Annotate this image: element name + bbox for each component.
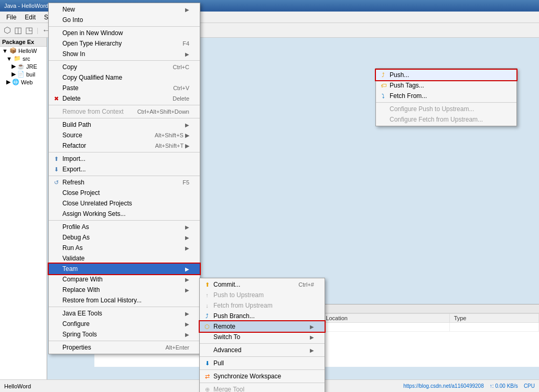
menu-remove-context-shortcut: Ctrl+Alt+Shift+Down [137, 108, 189, 115]
menu-configure[interactable]: Configure ▶ [49, 319, 200, 329]
menu-close-project[interactable]: Close Project [49, 188, 200, 198]
commit-icon: ⬆ [203, 280, 211, 289]
menu-open-window-label: Open in New Window [62, 29, 123, 37]
menu-source-label: Source [62, 132, 82, 139]
remote-push[interactable]: ⤴ Push... [376, 70, 516, 80]
menu-validate[interactable]: Validate [49, 253, 200, 264]
cell-location [321, 323, 449, 332]
menu-replace-with[interactable]: Replace With ▶ [49, 285, 200, 295]
menu-profile-as-arrow: ▶ [185, 224, 189, 230]
menu-team[interactable]: Team ▶ [49, 264, 200, 274]
team-push-branch[interactable]: ⤴ Push Branch... [200, 311, 325, 321]
sync-icon: ⇄ [203, 372, 211, 380]
menu-open-hierarchy-shortcut: F4 [182, 40, 189, 47]
menu-show-in[interactable]: Show In ▶ [49, 49, 200, 59]
menu-edit[interactable]: Edit [20, 13, 40, 22]
menu-source-shortcut: Alt+Shift+S ▶ [155, 132, 189, 139]
tree-jre[interactable]: ▶ ☕ JRE [0, 62, 47, 70]
push-branch-icon: ⤴ [203, 312, 211, 320]
remote-fetch-from[interactable]: ⤵ Fetch From... [376, 91, 516, 101]
separator-7 [49, 220, 200, 221]
menu-open-window[interactable]: Open in New Window [49, 28, 200, 38]
expand-icon: ▶ [12, 71, 16, 78]
team-pull[interactable]: ⬇ Pull [200, 358, 325, 368]
menu-spring-tools[interactable]: Spring Tools ▶ [49, 329, 200, 340]
team-advanced[interactable]: Advanced ▶ [200, 345, 325, 355]
refresh-icon: ↺ [52, 178, 60, 187]
menu-remove-context-label: Remove from Context [62, 108, 124, 115]
menu-properties-label: Properties [62, 344, 91, 351]
title-text: Java - HelloWord [4, 3, 48, 9]
menu-go-into[interactable]: Go Into [49, 15, 200, 25]
menu-run-as[interactable]: Run As ▶ [49, 243, 200, 253]
jre-icon: ☕ [17, 63, 25, 70]
menu-java-ee-tools[interactable]: Java EE Tools ▶ [49, 308, 200, 319]
toolbar-icon-1[interactable]: ⬡ [4, 25, 11, 35]
menu-new[interactable]: New ▶ [49, 4, 200, 15]
remote-fetch-icon: ⤵ [379, 92, 387, 100]
team-switch-to[interactable]: Switch To ▶ [200, 332, 325, 342]
team-remote-arrow: ▶ [310, 324, 314, 330]
menu-profile-as[interactable]: Profile As ▶ [49, 222, 200, 232]
tree-build[interactable]: ▶ 📄 buil [0, 70, 47, 78]
menu-import[interactable]: ⬆ Import... [49, 154, 200, 164]
team-submenu: ⬆ Commit... Ctrl+# ↑ Push to Upstream ↓ … [199, 278, 325, 392]
tree-root[interactable]: ▼ 📦 HelloW [0, 47, 47, 55]
separator-1 [49, 26, 200, 27]
team-sep-4 [200, 383, 325, 383]
team-switch-to-label: Switch To [213, 333, 240, 341]
menu-properties[interactable]: Properties Alt+Enter [49, 342, 200, 353]
menu-copy-label: Copy [62, 63, 77, 71]
team-fetch-upstream: ↓ Fetch from Upstream [200, 300, 325, 311]
separator-4 [49, 118, 200, 118]
team-commit[interactable]: ⬆ Commit... Ctrl+# [200, 279, 325, 290]
status-url: https://blog.csdn.net/a1160499208 [403, 383, 483, 389]
menu-restore-local[interactable]: Restore from Local History... [49, 295, 200, 306]
menu-compare-with[interactable]: Compare With ▶ [49, 274, 200, 285]
tree-web[interactable]: ▶ 🌐 Web [0, 78, 47, 86]
menu-export-label: Export... [62, 166, 86, 173]
menu-copy-qualified-label: Copy Qualified Name [62, 74, 122, 81]
menu-assign-sets[interactable]: Assign Working Sets... [49, 209, 200, 219]
menu-copy-shortcut: Ctrl+C [173, 64, 189, 70]
col-location: Location [321, 314, 449, 323]
export-icon: ⬇ [52, 165, 60, 173]
expand-icon: ▶ [12, 63, 16, 70]
menu-profile-as-label: Profile As [62, 223, 89, 231]
team-remote[interactable]: ⬡ Remote ▶ [200, 321, 325, 332]
expand-icon: ▼ [6, 56, 12, 62]
menu-open-hierarchy[interactable]: Open Type Hierarchy F4 [49, 38, 200, 49]
menu-file[interactable]: File [2, 13, 20, 22]
toolbar-icon-2[interactable]: ◫ [14, 25, 22, 35]
menu-source[interactable]: Source Alt+Shift+S ▶ [49, 130, 200, 140]
menu-debug-as[interactable]: Debug As ▶ [49, 232, 200, 243]
tree-src[interactable]: ▼ 📁 src [0, 55, 47, 62]
remote-push-tags[interactable]: 🏷 Push Tags... [376, 80, 516, 91]
import-icon: ⬆ [52, 155, 60, 163]
team-commit-label: Commit... [213, 281, 240, 288]
team-push-upstream: ↑ Push to Upstream [200, 290, 325, 300]
menu-close-unrelated[interactable]: Close Unrelated Projects [49, 198, 200, 209]
menu-configure-label: Configure [62, 320, 90, 328]
menu-delete[interactable]: ✖ Delete Delete [49, 93, 200, 104]
remote-push-tags-icon: 🏷 [379, 81, 387, 90]
expand-icon: ▶ [6, 79, 10, 85]
menu-build-path[interactable]: Build Path ▶ [49, 119, 200, 130]
menu-refresh-label: Refresh [62, 179, 84, 186]
menu-paste[interactable]: Paste Ctrl+V [49, 83, 200, 93]
toolbar-icon-3[interactable]: ◳ [25, 25, 33, 35]
remote-configure-push-label: Configure Push to Upstream... [390, 105, 474, 113]
menu-configure-arrow: ▶ [185, 321, 189, 327]
fetch-upstream-icon: ↓ [203, 301, 211, 310]
menu-remove-context: Remove from Context Ctrl+Alt+Shift+Down [49, 106, 200, 117]
menu-replace-with-label: Replace With [62, 286, 100, 293]
menu-spring-tools-arrow: ▶ [185, 332, 189, 337]
menu-refresh[interactable]: ↺ Refresh F5 [49, 177, 200, 188]
team-sync-workspace[interactable]: ⇄ Synchronize Workspace [200, 371, 325, 382]
menu-close-project-label: Close Project [62, 189, 100, 197]
menu-copy[interactable]: Copy Ctrl+C [49, 62, 200, 72]
menu-export[interactable]: ⬇ Export... [49, 164, 200, 175]
tree-src-label: src [23, 56, 30, 62]
menu-refactor[interactable]: Refactor Alt+Shift+T ▶ [49, 140, 200, 151]
menu-copy-qualified[interactable]: Copy Qualified Name [49, 72, 200, 83]
